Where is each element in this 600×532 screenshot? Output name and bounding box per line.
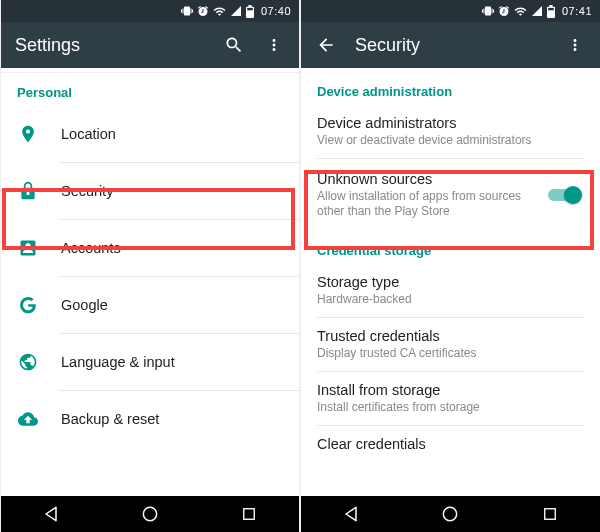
svg-rect-2 (244, 509, 255, 520)
vibrate-icon (181, 5, 193, 17)
row-sublabel: View or deactivate device administrators (317, 133, 584, 148)
location-icon (17, 123, 39, 145)
backup-icon (17, 408, 39, 430)
lock-icon (17, 180, 39, 202)
search-icon[interactable] (223, 34, 245, 56)
row-label: Accounts (61, 240, 283, 256)
row-label: Security (61, 183, 283, 199)
nav-back-icon[interactable] (321, 504, 381, 524)
svg-point-1 (143, 507, 156, 520)
row-sublabel: Install certificates from storage (317, 400, 584, 415)
row-backup[interactable]: Backup & reset (1, 391, 299, 447)
row-install-storage[interactable]: Install from storage Install certificate… (301, 372, 600, 425)
row-language[interactable]: Language & input (1, 334, 299, 390)
row-label: Google (61, 297, 283, 313)
row-trusted-credentials[interactable]: Trusted credentials Display trusted CA c… (301, 318, 600, 371)
nav-home-icon[interactable] (120, 504, 180, 524)
app-bar: Settings (1, 22, 299, 68)
page-title: Settings (15, 35, 205, 56)
nav-recent-icon[interactable] (219, 505, 279, 523)
row-device-admin[interactable]: Device administrators View or deactivate… (301, 105, 600, 158)
row-label: Device administrators (317, 115, 584, 131)
status-time: 07:40 (261, 5, 291, 17)
nav-back-icon[interactable] (21, 504, 81, 524)
row-label: Clear credentials (317, 436, 584, 452)
alarm-icon (197, 5, 209, 17)
google-icon (17, 294, 39, 316)
row-location[interactable]: Location (1, 106, 299, 162)
wifi-icon (514, 5, 527, 18)
signal-icon (531, 5, 543, 17)
row-unknown-sources[interactable]: Unknown sources Allow installation of ap… (301, 159, 600, 231)
overflow-icon[interactable] (263, 34, 285, 56)
row-google[interactable]: Google (1, 277, 299, 333)
svg-point-4 (444, 507, 457, 520)
navigation-bar (301, 496, 600, 532)
vibrate-icon (482, 5, 494, 17)
unknown-sources-toggle[interactable] (548, 185, 584, 205)
section-personal: Personal (1, 73, 299, 106)
screen-settings: 07:40 Settings Personal Location Securit… (0, 0, 300, 532)
row-label: Language & input (61, 354, 283, 370)
security-list: Device administration Device administrat… (301, 68, 600, 496)
row-label: Storage type (317, 274, 584, 290)
navigation-bar (1, 496, 299, 532)
row-storage-type[interactable]: Storage type Hardware-backed (301, 264, 600, 317)
screen-security: 07:41 Security Device administration Dev… (300, 0, 600, 532)
back-arrow-icon[interactable] (315, 34, 337, 56)
settings-list: Personal Location Security Accounts Goog… (1, 68, 299, 496)
wifi-icon (213, 5, 226, 18)
overflow-icon[interactable] (564, 34, 586, 56)
signal-icon (230, 5, 242, 17)
nav-recent-icon[interactable] (520, 505, 580, 523)
accounts-icon (17, 237, 39, 259)
row-sublabel: Display trusted CA certificates (317, 346, 584, 361)
app-bar: Security (301, 22, 600, 68)
row-clear-credentials[interactable]: Clear credentials (301, 426, 600, 456)
row-label: Unknown sources (317, 171, 526, 187)
section-device-admin: Device administration (301, 72, 600, 105)
globe-icon (17, 351, 39, 373)
battery-icon (246, 5, 254, 18)
battery-icon (547, 5, 555, 18)
section-credential-storage: Credential storage (301, 231, 600, 264)
row-sublabel: Allow installation of apps from sources … (317, 189, 526, 219)
status-bar: 07:40 (1, 0, 299, 22)
row-label: Backup & reset (61, 411, 283, 427)
row-security[interactable]: Security (1, 163, 299, 219)
row-accounts[interactable]: Accounts (1, 220, 299, 276)
svg-rect-3 (548, 7, 554, 9)
alarm-icon (498, 5, 510, 17)
row-label: Trusted credentials (317, 328, 584, 344)
svg-rect-5 (545, 509, 556, 520)
page-title: Security (355, 35, 546, 56)
status-bar: 07:41 (301, 0, 600, 22)
nav-home-icon[interactable] (420, 504, 480, 524)
row-label: Location (61, 126, 283, 142)
row-sublabel: Hardware-backed (317, 292, 584, 307)
row-label: Install from storage (317, 382, 584, 398)
status-time: 07:41 (562, 5, 592, 17)
svg-rect-0 (247, 7, 253, 9)
